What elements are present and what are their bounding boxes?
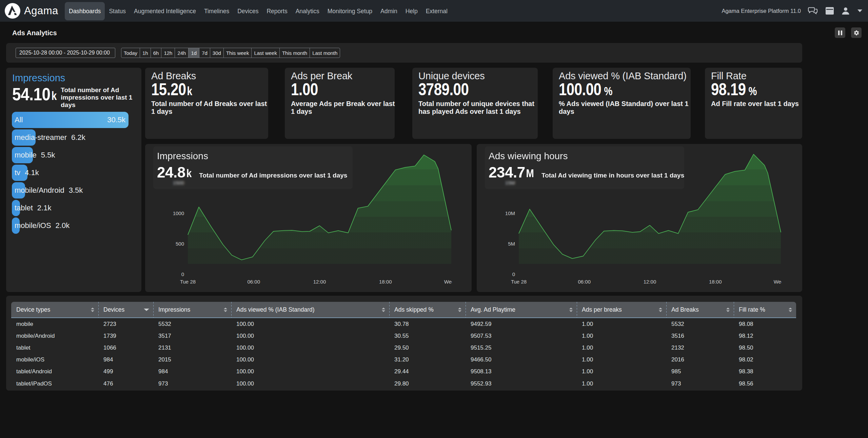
nav-item-monitoring-setup[interactable]: Monitoring Setup [323,2,376,20]
range-button-last-month[interactable]: Last month [310,48,340,58]
sort-icon [569,308,573,312]
kpi-value: 98.19 [711,80,746,100]
nav-item-dashboards[interactable]: Dashboards [65,2,105,20]
table-cell: 9466.50 [466,354,577,366]
platform-version-label: Agama Enterprise Platform 11.0 [722,8,801,14]
table-cell: 9492.59 [466,318,577,330]
impressions-bar-mobile[interactable]: mobile5.5k [12,147,129,163]
range-button-this-week[interactable]: This week [223,48,252,58]
nav-item-augmented-intelligence[interactable]: Augmented Intelligence [130,2,200,20]
user-icon[interactable] [841,6,850,15]
impressions-bar-media-streamer[interactable]: media-streamer6.2k [12,129,129,146]
chart-header: Impressions24.8kTotal number of Ad impre… [157,151,347,181]
nav-item-status[interactable]: Status [105,2,130,20]
impressions-bar-mobile-ios[interactable]: mobile/iOS2.0k [12,217,129,234]
impressions-bar-mobile-android[interactable]: mobile/Android3.5k [12,182,129,199]
range-button-12h[interactable]: 12h [161,48,175,58]
bar-label: mobile5.5k [15,147,55,163]
nav-item-help[interactable]: Help [401,2,422,20]
chart-title: Ads wiewing hours [489,151,684,162]
pause-button[interactable] [835,27,845,38]
column-header-ad-breaks[interactable]: Ad Breaks [666,302,734,317]
range-button-1h[interactable]: 1h [140,48,151,58]
chart-title: Impressions [157,151,347,162]
column-header-devices[interactable]: Devices [98,302,153,317]
bar-label: mobile/Android3.5k [15,182,83,199]
table-cell: 3517 [153,330,231,342]
nav-item-analytics[interactable]: Analytics [292,2,323,20]
y-axis-label: 0 [512,271,515,277]
table-cell: 2132 [666,342,734,354]
nav-menu: DashboardsStatusAugmented IntelligenceTi… [65,0,452,22]
agama-logo[interactable]: Agama [5,3,58,19]
x-axis-label: 12:00 [313,279,326,285]
range-button-group: Today1h6h12h24h1d7d30dThis weekLast week… [121,48,340,58]
y-axis-label: 5M [508,241,515,247]
column-header-ads-skipped-[interactable]: Ads skipped % [389,302,466,317]
chart-total-value: 24.8 [157,164,185,181]
column-header-ads-per-breaks[interactable]: Ads per breaks [577,302,666,317]
x-axis-label: Wed [444,279,455,285]
range-button-1d[interactable]: 1d [188,48,199,58]
table-body: mobile27235532100.0030.789492.591.005532… [11,318,796,390]
caret-down-icon[interactable] [857,9,863,13]
impressions-bar-tablet[interactable]: tablet2.1k [12,200,129,216]
date-range-input[interactable] [16,48,115,58]
impressions-panel-title: Impressions [12,72,135,84]
triangle-up-icon [659,308,662,309]
kpi-card-fill-rate: Fill Rate98.19%Ad Fill rate over last 1 … [705,68,802,139]
range-button-this-month[interactable]: This month [279,48,310,58]
y-axis-label: 1000 [173,210,184,216]
impressions-bar-tv[interactable]: tv4.1k [12,165,129,181]
range-button-7d[interactable]: 7d [199,48,210,58]
range-button-last-week[interactable]: Last week [251,48,280,58]
range-button-30d[interactable]: 30d [210,48,224,58]
kpi-card-unique-devices: Unique devices3789.00Total number of uni… [412,68,538,139]
x-axis-label: 06:00 [578,279,591,285]
triangle-up-icon [91,308,94,309]
table-cell: 100.00 [231,354,389,366]
nav-item-external[interactable]: External [422,2,452,20]
nav-item-timelines[interactable]: Timelines [200,2,233,20]
x-axis-label: 12:00 [644,279,656,285]
pause-icon [838,30,842,35]
sort-icon [458,308,461,312]
triangle-up-icon [458,308,461,309]
table-row-mobile[interactable]: mobile27235532100.0030.789492.591.005532… [11,318,796,330]
impressions-bar-all[interactable]: All30.5k [12,112,129,128]
nav-item-admin[interactable]: Admin [376,2,401,20]
nav-item-devices[interactable]: Devices [233,2,262,20]
table-cell: 9507.53 [466,330,577,342]
column-header-avg-ad-playtime[interactable]: Avg. Ad Playtime [466,302,577,317]
kpi-value-suffix: % [749,85,757,98]
table-row-tablet-ipados[interactable]: tablet/iPadOS476973100.0029.809552.931.0… [11,378,796,390]
table-cell: 100.00 [231,318,389,330]
column-header-fill-rate-[interactable]: Fill rate % [734,302,796,317]
table-row-tablet-android[interactable]: tablet/Android499984100.0029.449508.131.… [11,366,796,378]
kpi-card-ads-viewed-iab-standard-: Ads viewed % (IAB Standard)100.00%% Ads … [553,68,691,139]
sort-icon [789,308,792,312]
kpi-value-suffix: k [187,85,193,98]
table-row-mobile-ios[interactable]: mobile/iOS9842015100.0031.209466.501.002… [11,354,796,366]
settings-button[interactable] [851,27,862,38]
range-button-6h[interactable]: 6h [151,48,162,58]
device-stats-table: Device typesDevicesImpressionsAds viewed… [11,302,796,390]
column-header-ads-viewed-iab-standard-[interactable]: Ads viewed % (IAB Standard) [231,302,389,317]
sort-icon [726,308,730,312]
table-cell: 98.50 [734,342,796,354]
triangle-down-icon [569,310,573,312]
table-cell: 1.00 [577,366,666,378]
chat-icon[interactable] [808,6,818,15]
bar-value: 30.5k [107,112,125,128]
y-axis-label: 0 [181,271,184,277]
nav-item-reports[interactable]: Reports [262,2,291,20]
table-row-mobile-android[interactable]: mobile/Android17393517100.0030.559507.53… [11,330,796,342]
table-cell: 984 [98,354,153,366]
table-row-tablet[interactable]: tablet10662131100.0029.509515.251.002132… [11,342,796,354]
range-button-today[interactable]: Today [121,48,140,58]
range-button-24h[interactable]: 24h [175,48,189,58]
triangle-down-icon [382,310,385,312]
column-header-impressions[interactable]: Impressions [153,302,231,317]
column-header-device-types[interactable]: Device types [11,302,98,317]
wallboard-icon[interactable] [825,7,834,15]
